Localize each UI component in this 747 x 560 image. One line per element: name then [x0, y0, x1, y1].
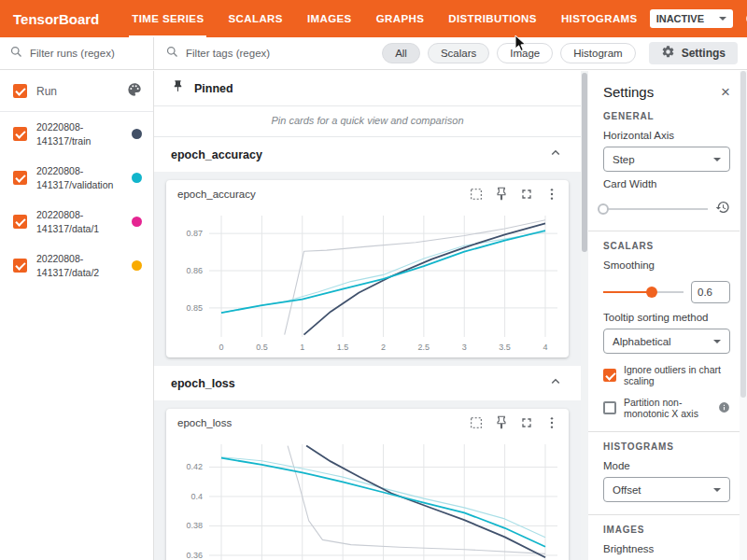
main-scrollbar[interactable]: [581, 71, 588, 560]
tab-histograms[interactable]: HISTOGRAMS: [549, 0, 650, 37]
run-row-validation[interactable]: 20220808-141317/validation: [0, 156, 153, 200]
horizontal-axis-label: Horizontal Axis: [603, 130, 730, 141]
tooltip-sorting-dropdown[interactable]: Alphabetical: [603, 329, 730, 354]
header-actions: INACTIVE ?: [650, 9, 747, 28]
card-width-slider[interactable]: [603, 203, 708, 216]
run-row-train[interactable]: 20220808-141317/train: [0, 112, 153, 156]
section-label-scalars: SCALARS: [603, 241, 730, 251]
fullscreen-icon[interactable]: [515, 412, 538, 434]
tab-scalars[interactable]: SCALARS: [216, 0, 294, 37]
nav-tabs: TIME SERIES SCALARS IMAGES GRAPHS DISTRI…: [120, 0, 649, 37]
svg-text:0.87: 0.87: [186, 229, 203, 238]
run-color-dot: [132, 173, 142, 183]
svg-text:0.4: 0.4: [190, 492, 203, 501]
chip-all[interactable]: All: [382, 43, 420, 63]
epoch-loss-chart[interactable]: 00.511.522.533.540.420.40.380.36: [166, 437, 569, 560]
chip-image[interactable]: Image: [497, 43, 553, 63]
run-row-data-2[interactable]: 20220808-141317/data/2: [0, 244, 153, 287]
svg-text:0.36: 0.36: [186, 551, 203, 560]
reload-status-value: INACTIVE: [656, 13, 704, 24]
svg-text:0.85: 0.85: [186, 303, 203, 313]
reload-status-dropdown[interactable]: INACTIVE: [650, 9, 733, 28]
gear-icon: [661, 45, 675, 62]
tab-images[interactable]: IMAGES: [295, 0, 364, 37]
section-header-epoch-accuracy[interactable]: epoch_accuracy: [154, 137, 581, 172]
chip-scalars[interactable]: Scalars: [428, 43, 489, 63]
theme-toggle-icon[interactable]: [743, 9, 747, 28]
section-title: epoch_accuracy: [171, 148, 262, 161]
info-icon[interactable]: [718, 401, 730, 415]
card-title: epoch_loss: [177, 417, 465, 428]
run-checkbox[interactable]: [13, 127, 27, 141]
settings-toggle-button[interactable]: Settings: [649, 42, 738, 64]
tab-distributions[interactable]: DISTRIBUTIONS: [436, 0, 549, 37]
brightness-label: Brightness: [603, 543, 730, 554]
section-title: epoch_loss: [171, 377, 235, 390]
close-icon[interactable]: ×: [721, 84, 730, 100]
chevron-up-icon[interactable]: [547, 373, 564, 394]
fit-to-domain-icon[interactable]: [465, 183, 487, 205]
scrollbar-thumb[interactable]: [740, 71, 746, 398]
fit-to-domain-icon[interactable]: [465, 412, 487, 434]
content-area: Run 20220808-141317/train 20220808-14131…: [0, 71, 747, 560]
card-toolbar: [465, 412, 563, 434]
chip-histogram[interactable]: Histogram: [560, 43, 635, 63]
smoothing-value-input[interactable]: [691, 281, 730, 303]
run-checkbox[interactable]: [13, 215, 27, 229]
ignore-outliers-checkbox[interactable]: [603, 369, 616, 382]
svg-text:3: 3: [462, 343, 467, 352]
run-color-dot: [132, 129, 142, 139]
tags-filter-input[interactable]: [186, 48, 371, 59]
smoothing-slider[interactable]: [603, 286, 684, 299]
pin-card-icon[interactable]: [490, 412, 513, 434]
push-pin-icon: [171, 79, 185, 97]
section-header-epoch-loss[interactable]: epoch_loss: [154, 366, 581, 400]
tab-time-series[interactable]: TIME SERIES: [120, 0, 216, 37]
chevron-up-icon[interactable]: [547, 145, 564, 165]
app-title: TensorBoard: [0, 11, 120, 27]
run-checkbox[interactable]: [13, 259, 27, 273]
section-label-general: GENERAL: [603, 111, 730, 121]
pin-card-icon[interactable]: [490, 183, 513, 205]
more-options-icon[interactable]: [541, 412, 563, 434]
svg-text:2: 2: [381, 343, 386, 352]
svg-text:1.5: 1.5: [337, 343, 349, 352]
pinned-section-header: Pinned: [154, 71, 588, 106]
plugin-filter-chips: All Scalars Image Histogram: [382, 37, 636, 69]
cards-main-area: Pinned Pin cards for a quick view and co…: [154, 71, 588, 560]
select-all-runs-checkbox[interactable]: [13, 84, 27, 98]
slider-thumb[interactable]: [598, 203, 609, 215]
runs-filter-input[interactable]: [30, 48, 144, 59]
svg-text:3.5: 3.5: [499, 343, 511, 352]
runs-column-header: Run: [36, 85, 118, 98]
histogram-mode-dropdown[interactable]: Offset: [603, 477, 730, 502]
partition-x-axis-checkbox[interactable]: [603, 401, 616, 414]
reset-icon[interactable]: [715, 200, 730, 218]
caret-down-icon: [713, 340, 721, 343]
settings-button-label: Settings: [682, 47, 726, 60]
tooltip-sorting-value: Alphabetical: [613, 336, 671, 347]
tab-graphs[interactable]: GRAPHS: [364, 0, 437, 37]
run-name: 20220808-141317/train: [36, 120, 122, 147]
settings-scrollbar[interactable]: [740, 71, 747, 560]
section-label-histograms: HISTOGRAMS: [603, 441, 730, 452]
scalar-card-epoch-loss: epoch_loss: [166, 409, 569, 560]
svg-text:0: 0: [219, 343, 224, 352]
horizontal-axis-dropdown[interactable]: Step: [603, 147, 730, 172]
palette-icon[interactable]: [127, 82, 142, 101]
run-row-data-1[interactable]: 20220808-141317/data/1: [0, 200, 153, 244]
svg-text:0.38: 0.38: [186, 521, 203, 530]
section-label-images: IMAGES: [603, 525, 730, 535]
svg-text:4: 4: [543, 343, 547, 352]
fullscreen-icon[interactable]: [515, 183, 538, 205]
search-icon: [9, 45, 23, 63]
run-checkbox[interactable]: [13, 171, 27, 185]
more-options-icon[interactable]: [541, 183, 563, 205]
slider-thumb[interactable]: [646, 287, 657, 298]
card-region: epoch_loss: [154, 400, 581, 560]
epoch-accuracy-chart[interactable]: 00.511.522.533.540.850.860.87: [166, 208, 569, 357]
run-name: 20220808-141317/validation: [36, 164, 122, 191]
scrollbar-thumb[interactable]: [582, 73, 587, 252]
histogram-mode-value: Offset: [613, 484, 641, 496]
card-toolbar: [465, 183, 563, 205]
